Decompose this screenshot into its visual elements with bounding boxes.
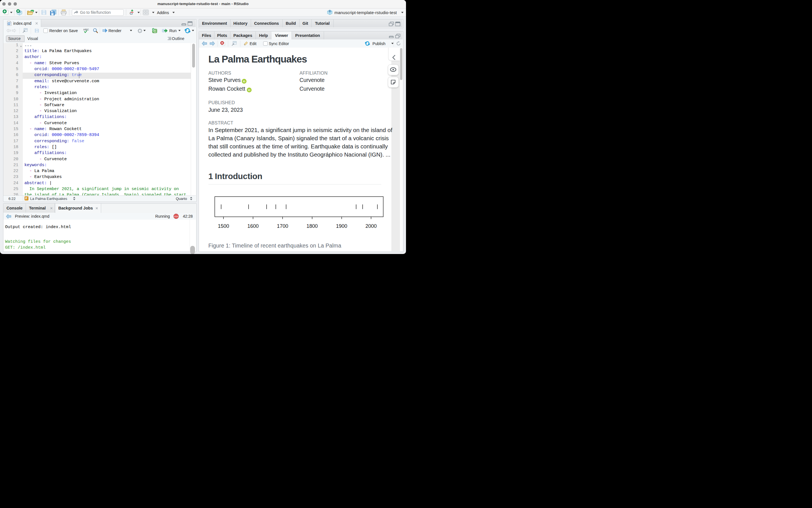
- svg-text:iD: iD: [248, 88, 250, 91]
- svg-text:ABC: ABC: [83, 28, 89, 31]
- svg-text:STOP: STOP: [174, 216, 178, 217]
- svg-text:iD: iD: [243, 80, 245, 83]
- svg-text:R: R: [329, 9, 331, 13]
